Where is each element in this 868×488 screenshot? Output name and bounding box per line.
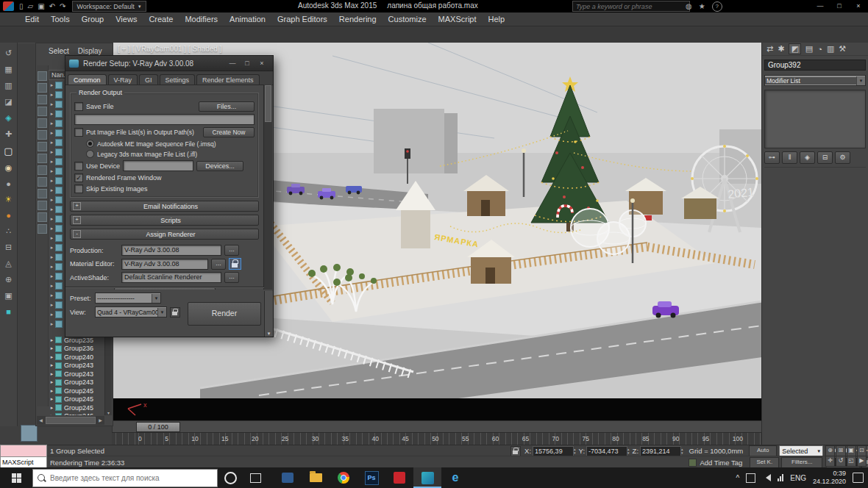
expand-arrow-icon[interactable]: ▸ bbox=[49, 302, 55, 308]
menu-maxscript[interactable]: MAXScript bbox=[433, 15, 483, 24]
list-item[interactable]: ▸Group245 bbox=[49, 387, 104, 395]
taskbar-search-input[interactable] bbox=[49, 473, 213, 483]
render-flyout-strip[interactable]: ▾ bbox=[264, 291, 273, 337]
expand-arrow-icon[interactable]: ▸ bbox=[49, 413, 55, 415]
key-filters-button[interactable]: Filters... bbox=[781, 457, 822, 468]
blank-swatch-icon[interactable]: ▢ bbox=[4, 146, 13, 157]
expand-plus-icon[interactable]: + bbox=[73, 202, 81, 210]
lock-view-button[interactable] bbox=[170, 307, 180, 317]
ifl-radio[interactable] bbox=[86, 150, 94, 158]
modifier-list-dropdown[interactable]: Modifier List ▼ bbox=[764, 75, 866, 86]
teal-swatch-icon[interactable]: ■ bbox=[6, 307, 11, 316]
menu-edit[interactable]: Edit bbox=[19, 15, 45, 24]
list-item[interactable]: ▸Group243 bbox=[49, 378, 104, 387]
expand-arrow-icon[interactable]: ▸ bbox=[49, 345, 55, 351]
zoom-all-icon[interactable]: ⊞ bbox=[836, 445, 845, 456]
preset-dropdown[interactable]: ------------------ ▼ bbox=[95, 293, 161, 304]
explorer-tool-icon[interactable] bbox=[38, 95, 47, 104]
sphere-orange-icon[interactable]: ● bbox=[6, 211, 11, 220]
language-indicator[interactable]: ENG bbox=[790, 474, 806, 482]
viewport-label[interactable]: [ + ] [ VRayCam001 ] [ Shaded ] bbox=[118, 45, 221, 53]
explorer-tool-icon[interactable] bbox=[38, 130, 47, 140]
production-renderer-field[interactable]: V-Ray Adv 3.00.08 bbox=[121, 245, 221, 256]
expand-arrow-icon[interactable]: ▸ bbox=[49, 216, 55, 222]
lock-material-renderer-button[interactable] bbox=[229, 258, 241, 270]
explorer-tool-icon[interactable] bbox=[38, 189, 47, 198]
rendered-frame-window-checkbox[interactable]: ✓ bbox=[74, 173, 83, 182]
list-item[interactable]: ▸Group243 bbox=[49, 370, 104, 378]
expand-arrow-icon[interactable]: ▸ bbox=[49, 226, 55, 232]
grid-alt-tool-icon[interactable]: ▥ bbox=[4, 81, 12, 90]
explorer-tool-icon[interactable] bbox=[38, 201, 47, 210]
transform-lock-icon[interactable] bbox=[511, 446, 521, 456]
sphere-cream-icon[interactable]: ◉ bbox=[5, 163, 13, 173]
sun-light-icon[interactable]: ☀ bbox=[5, 195, 13, 204]
explorer-menu-select[interactable]: Select bbox=[49, 47, 69, 55]
explorer-tool-icon[interactable] bbox=[38, 154, 47, 163]
email-notifications-rollout[interactable]: + Email Notifications bbox=[70, 201, 259, 212]
listener-macro-line[interactable] bbox=[0, 445, 47, 457]
explorer-tool-icon[interactable] bbox=[38, 224, 47, 234]
z-spinner[interactable]: ▴▾ bbox=[681, 448, 683, 455]
maximize-viewport-icon[interactable]: ◱ bbox=[847, 456, 856, 467]
tray-app-icon[interactable] bbox=[746, 473, 755, 483]
menu-tools[interactable]: Tools bbox=[45, 15, 76, 24]
remove-modifier-button[interactable]: ⊟ bbox=[817, 151, 833, 164]
undo-icon[interactable]: ↶ bbox=[49, 2, 55, 10]
minus-box-tool-icon[interactable]: ⊟ bbox=[5, 243, 12, 252]
help-icon[interactable]: ? bbox=[712, 1, 722, 12]
tab-create[interactable]: ✱ bbox=[778, 44, 784, 54]
keyword-search-input[interactable] bbox=[572, 1, 690, 12]
use-device-checkbox[interactable] bbox=[74, 162, 83, 171]
menu-graph-editors[interactable]: Graph Editors bbox=[271, 15, 333, 24]
z-coordinate-field[interactable]: 2391,214 bbox=[640, 446, 681, 456]
list-item[interactable]: ▸Group243 bbox=[49, 362, 104, 370]
auto-key-button[interactable]: Auto bbox=[749, 445, 777, 456]
expand-arrow-icon[interactable]: ▸ bbox=[49, 178, 55, 184]
redo-icon[interactable]: ↷ bbox=[60, 2, 65, 10]
expand-arrow-icon[interactable]: ▸ bbox=[49, 121, 55, 126]
add-time-tag[interactable]: Add Time Tag bbox=[700, 459, 742, 467]
new-file-icon[interactable]: ▯ bbox=[19, 2, 24, 10]
selection-lock-button[interactable] bbox=[21, 425, 38, 442]
tab-motion[interactable]: ◔ bbox=[817, 45, 822, 54]
explorer-menu-display[interactable]: Display bbox=[78, 47, 102, 55]
menu-customize[interactable]: Customize bbox=[383, 15, 433, 24]
scrollbar-thumb[interactable] bbox=[46, 417, 96, 424]
tab-gi[interactable]: GI bbox=[139, 74, 158, 85]
collapse-minus-icon[interactable]: - bbox=[73, 230, 81, 238]
show-end-result-button[interactable]: ‖ bbox=[782, 151, 797, 164]
shade-tool-icon[interactable]: ◪ bbox=[4, 97, 12, 107]
menu-group[interactable]: Group bbox=[76, 15, 110, 24]
workspace-dropdown[interactable]: Workspace: Default ▼ bbox=[72, 1, 146, 12]
key-selection-dropdown[interactable]: Selected ▼ bbox=[779, 445, 823, 456]
imsq-radio[interactable] bbox=[86, 140, 94, 148]
scripts-rollout[interactable]: + Scripts bbox=[70, 215, 259, 226]
explorer-tool-icon[interactable] bbox=[38, 83, 47, 93]
expand-arrow-icon[interactable]: ▸ bbox=[49, 159, 55, 165]
dots-tool-icon[interactable]: ∴ bbox=[6, 226, 11, 236]
render-button[interactable]: Render bbox=[188, 302, 261, 326]
expand-arrow-icon[interactable]: ▸ bbox=[49, 362, 55, 368]
orbit-icon[interactable]: ↺ bbox=[836, 456, 845, 467]
menu-animation[interactable]: Animation bbox=[224, 15, 271, 24]
activeshade-browse-button[interactable]: ... bbox=[224, 272, 239, 283]
activeshade-renderer-field[interactable]: Default Scanline Renderer bbox=[121, 272, 221, 283]
tab-modify[interactable]: ◩ bbox=[789, 43, 800, 54]
pinned-app-button[interactable] bbox=[274, 467, 302, 488]
expand-arrow-icon[interactable]: ▸ bbox=[49, 187, 55, 193]
create-now-button[interactable]: Create Now bbox=[203, 127, 255, 137]
list-item[interactable]: ▸Group245 bbox=[49, 395, 104, 404]
explorer-tool-icon[interactable] bbox=[38, 177, 47, 187]
tab-settings[interactable]: Settings bbox=[160, 74, 196, 85]
triangle-tool-icon[interactable]: ◬ bbox=[5, 259, 11, 268]
set-key-button[interactable]: Set K. bbox=[750, 457, 779, 468]
configure-modifier-sets-button[interactable]: ⚙ bbox=[835, 151, 850, 164]
minimize-button[interactable]: — bbox=[811, 0, 830, 12]
pin-stack-button[interactable]: ⊶ bbox=[764, 151, 780, 164]
expand-arrow-icon[interactable]: ▸ bbox=[49, 92, 55, 98]
assign-renderer-rollout[interactable]: - Assign Renderer bbox=[70, 229, 259, 240]
taskbar-search[interactable] bbox=[32, 469, 218, 487]
chrome-button[interactable] bbox=[330, 467, 357, 488]
expand-arrow-icon[interactable]: ▸ bbox=[49, 321, 55, 327]
